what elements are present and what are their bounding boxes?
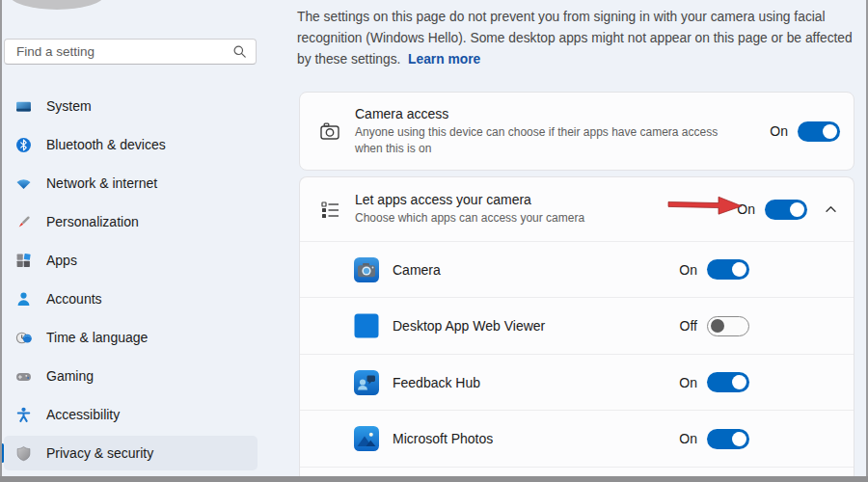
person-icon bbox=[15, 291, 32, 308]
sidebar-item-label: Gaming bbox=[46, 368, 94, 384]
let-apps-camera-card: Let apps access your camera Choose which… bbox=[299, 176, 854, 482]
sidebar-item-network-internet[interactable]: Network & internet bbox=[4, 166, 258, 201]
feedback-hub-icon bbox=[353, 369, 380, 396]
red-arrow-annotation bbox=[667, 195, 745, 222]
app-row-camera: Camera On bbox=[300, 241, 854, 297]
sidebar-item-label: Privacy & security bbox=[46, 445, 153, 461]
app-row-desktop-app-web-viewer: Desktop App Web Viewer Off bbox=[300, 297, 854, 354]
app-state-label: Off bbox=[680, 318, 697, 334]
app-row-microsoft-photos: Microsoft Photos On bbox=[300, 410, 854, 467]
camera-outline-icon bbox=[319, 120, 340, 142]
desktop-app-web-viewer-icon bbox=[353, 312, 380, 339]
sidebar-item-accounts[interactable]: Accounts bbox=[4, 281, 258, 316]
sidebar-item-accessibility[interactable]: Accessibility bbox=[4, 397, 258, 432]
sidebar-item-privacy-security[interactable]: Privacy & security bbox=[4, 436, 258, 470]
camera-access-card: Camera access Anyone using this device c… bbox=[299, 92, 854, 171]
desktop-app-web-viewer-toggle[interactable] bbox=[707, 316, 749, 336]
page-intro-text: The settings on this page do not prevent… bbox=[297, 7, 854, 69]
sidebar-item-label: System bbox=[46, 98, 92, 114]
search-icon[interactable] bbox=[232, 44, 247, 59]
sidebar-item-label: Time & language bbox=[46, 330, 148, 345]
camera-access-toggle[interactable] bbox=[798, 121, 840, 142]
app-name: Desktop App Web Viewer bbox=[393, 318, 680, 334]
app-state-label: On bbox=[679, 431, 697, 446]
sidebar-nav: System Bluetooth & devices Network & int… bbox=[4, 89, 258, 474]
sidebar-item-label: Accounts bbox=[46, 291, 102, 307]
sidebar-item-label: Accessibility bbox=[46, 407, 120, 422]
sidebar-item-label: Apps bbox=[46, 253, 77, 268]
app-name: Feedback Hub bbox=[393, 375, 679, 390]
clock-globe-icon bbox=[15, 330, 32, 346]
sidebar-item-gaming[interactable]: Gaming bbox=[4, 359, 258, 393]
camera-access-description: Anyone using this device can choose if t… bbox=[355, 124, 731, 157]
apps-grid-icon bbox=[15, 253, 32, 269]
sidebar-item-personalization[interactable]: Personalization bbox=[4, 204, 258, 239]
accessibility-icon bbox=[15, 407, 32, 423]
sidebar-item-time-language[interactable]: Time & language bbox=[4, 320, 258, 355]
microsoft-photos-icon bbox=[353, 425, 380, 452]
camera-app-toggle[interactable] bbox=[707, 259, 749, 280]
bluetooth-icon bbox=[15, 137, 32, 153]
microsoft-photos-toggle[interactable] bbox=[707, 429, 749, 449]
let-apps-camera-header[interactable]: Let apps access your camera Choose which… bbox=[300, 177, 854, 241]
sidebar-item-label: Bluetooth & devices bbox=[46, 137, 166, 152]
paintbrush-icon bbox=[15, 214, 32, 230]
wifi-icon bbox=[15, 175, 32, 192]
sidebar-item-label: Personalization bbox=[46, 214, 139, 229]
camera-app-icon bbox=[353, 256, 380, 283]
feedback-hub-toggle[interactable] bbox=[707, 372, 749, 392]
app-row-feedback-hub: Feedback Hub On bbox=[300, 354, 854, 410]
let-apps-camera-toggle[interactable] bbox=[765, 200, 807, 220]
search-box[interactable] bbox=[4, 39, 257, 65]
learn-more-link[interactable]: Learn more bbox=[408, 52, 480, 67]
sidebar-item-bluetooth-devices[interactable]: Bluetooth & devices bbox=[4, 127, 258, 162]
window-border-bottom bbox=[0, 476, 868, 482]
search-input[interactable] bbox=[14, 43, 232, 60]
app-state-label: On bbox=[679, 262, 697, 278]
sidebar-item-label: Network & internet bbox=[46, 175, 157, 191]
chevron-up-icon[interactable] bbox=[824, 202, 838, 217]
system-icon bbox=[15, 98, 32, 115]
gamepad-icon bbox=[15, 368, 32, 385]
app-name: Microsoft Photos bbox=[393, 431, 679, 446]
app-list-icon bbox=[319, 199, 340, 220]
camera-access-title: Camera access bbox=[355, 106, 770, 121]
window-border-left bbox=[0, 0, 2, 482]
app-name: Camera bbox=[393, 262, 679, 278]
sidebar-item-system[interactable]: System bbox=[4, 89, 258, 123]
camera-access-state-label: On bbox=[770, 123, 788, 139]
sidebar-item-apps[interactable]: Apps bbox=[4, 243, 258, 278]
app-state-label: On bbox=[679, 375, 697, 390]
settings-window: System Bluetooth & devices Network & int… bbox=[0, 0, 868, 482]
avatar-arc bbox=[10, 0, 104, 10]
shield-icon bbox=[15, 445, 32, 462]
